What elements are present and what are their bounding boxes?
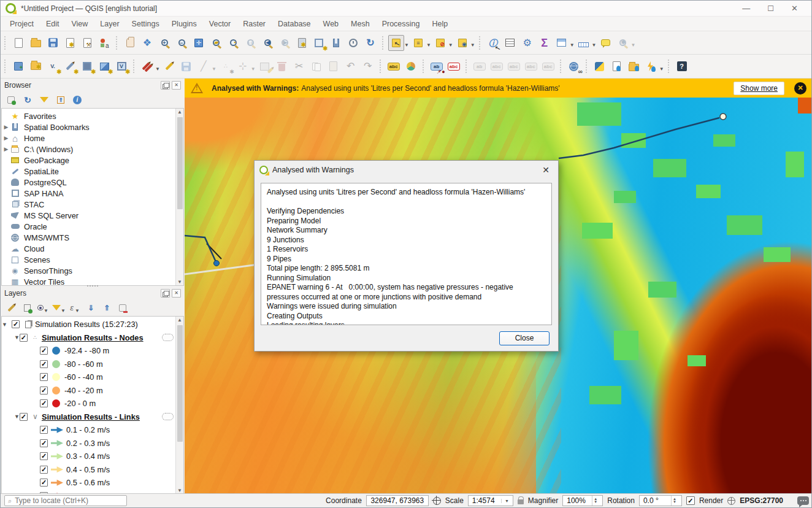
layout-manager-icon[interactable]: ⚒ (79, 35, 95, 51)
vertex-tool-dropdown-icon[interactable]: ▼ (251, 66, 256, 72)
minimize-button[interactable]: — (742, 4, 750, 13)
browser-item-wms[interactable]: WMS/WMTS (2, 232, 183, 243)
filter-expression-icon[interactable]: ε▼ (69, 302, 80, 314)
legend-checkbox[interactable]: ✓ (40, 426, 48, 434)
legend-item[interactable]: ✓0.3 - 0.4 m/s (2, 450, 183, 463)
locate-search[interactable]: ⌕ (4, 495, 127, 506)
expand-icon[interactable]: ▶ (2, 135, 10, 141)
style-manager-icon[interactable]: a (96, 35, 112, 51)
measure-dropdown-icon[interactable]: ▼ (592, 42, 597, 48)
new-3d-map-view-icon[interactable]: ✱ (311, 35, 327, 51)
dialog-close-icon[interactable]: ✕ (538, 165, 553, 175)
locate-input[interactable] (15, 496, 123, 505)
legend-item[interactable]: ✓0.5 - 0.6 m/s (2, 476, 183, 490)
browser-item-c-drive[interactable]: ▶C:\ (Windows) (2, 144, 183, 155)
layer-nodes-row[interactable]: ▼ ✓ ∴ Simulation Results - Nodes (2, 331, 183, 345)
statistical-summary-icon[interactable]: Σ (537, 35, 553, 51)
legend-checkbox[interactable]: ✓ (40, 479, 48, 487)
browser-item-spatialite[interactable]: SpatiaLite (2, 166, 183, 177)
rotation-spinbox[interactable]: 0.0 °▲▼ (639, 495, 682, 506)
legend-item[interactable]: ✓0.2 - 0.3 m/s (2, 437, 183, 450)
change-label-icon[interactable]: abc (540, 58, 556, 74)
legend-checkbox[interactable]: ✓ (40, 347, 48, 355)
collapse-icon[interactable]: ▼ (14, 334, 20, 341)
browser-float-icon[interactable] (161, 81, 170, 90)
show-hidden-labels-icon[interactable]: ab (472, 58, 488, 74)
show-spatial-bookmarks-icon[interactable] (328, 35, 344, 51)
open-attribute-table-icon[interactable] (554, 35, 570, 51)
digitize-dropdown-icon[interactable]: ▼ (212, 66, 216, 72)
pan-to-selection-icon[interactable]: ❖ (139, 35, 155, 51)
select-features-by-value-icon[interactable]: ≡ (410, 35, 426, 51)
new-print-layout-icon[interactable]: ✱ (62, 35, 78, 51)
new-spatialite-layer-icon[interactable]: ✱ (62, 58, 78, 74)
zoom-next-icon[interactable]: ▶ (277, 35, 293, 51)
delete-selected-icon[interactable] (274, 58, 290, 74)
digitize-with-segment-icon[interactable]: ╱ (196, 58, 212, 74)
legend-item[interactable]: ✓0.1 - 0.2 m/s (2, 423, 183, 437)
legend-checkbox[interactable]: ✓ (40, 399, 48, 407)
legend-checkbox[interactable]: ✓ (40, 360, 48, 368)
metasearch-icon[interactable]: ∞ (566, 58, 582, 74)
toolbar-grip[interactable] (559, 60, 563, 73)
select-by-location-dropdown-icon[interactable]: ▼ (470, 42, 475, 48)
zoom-out-icon[interactable]: − (174, 35, 190, 51)
new-mesh-layer-icon[interactable]: ✱ (28, 58, 44, 74)
save-layer-edits-icon[interactable] (178, 58, 194, 74)
add-group-icon[interactable] (21, 302, 33, 314)
menu-vector[interactable]: Vector (204, 18, 236, 30)
links-checkbox[interactable]: ✓ (20, 413, 28, 421)
legend-item[interactable]: ✓-20 - 0 m (2, 397, 183, 410)
extents-icon[interactable] (433, 497, 441, 505)
attribute-table-dropdown-icon[interactable]: ▼ (570, 42, 575, 48)
select-features-rectangle-icon[interactable]: ↖ (388, 35, 404, 51)
collapse-icon[interactable]: ▼ (2, 321, 12, 328)
vertex-tool-icon[interactable]: ⊹ (235, 58, 251, 74)
browser-close-icon[interactable]: ✕ (172, 81, 181, 90)
browser-item-postgresql[interactable]: PostgreSQL (2, 177, 183, 188)
magnifier-spinbox[interactable]: 100%▲▼ (562, 495, 603, 506)
filter-legend-icon[interactable]: ▼ (53, 302, 64, 314)
remove-layer-icon[interactable] (117, 302, 128, 314)
paste-features-icon[interactable] (326, 58, 342, 74)
redo-icon[interactable]: ↷ (360, 58, 376, 74)
collapse-all-layers-icon[interactable]: ⇑ (101, 302, 112, 314)
chevron-down-icon[interactable]: ▼ (501, 499, 509, 503)
measure-line-icon[interactable] (576, 35, 592, 51)
python-console-icon[interactable] (592, 58, 608, 74)
search-dropdown-icon[interactable]: ▼ (631, 42, 636, 48)
render-checkbox[interactable]: ✓ (686, 496, 695, 505)
menu-web[interactable]: Web (318, 18, 344, 30)
toolbar-grip[interactable] (4, 36, 7, 50)
dialog-close-button[interactable]: Close (499, 331, 550, 345)
scroll-up-icon[interactable]: ▲ (177, 317, 182, 323)
pin-labels-icon[interactable]: ab📌︎● (429, 58, 445, 74)
add-point-feature-icon[interactable]: ∴✱ (218, 58, 234, 74)
processing-toolbox-icon[interactable]: ⚙ (519, 35, 535, 51)
browser-item-scenes[interactable]: Scenes (2, 254, 183, 265)
current-edits-dropdown-icon[interactable]: ▼ (155, 66, 160, 72)
zoom-to-selection-icon[interactable]: ▪ (225, 35, 241, 51)
statistics-abacus-icon[interactable] (502, 35, 518, 51)
current-edits-icon[interactable] (139, 58, 155, 74)
browser-item-mssql[interactable]: MS SQL Server (2, 210, 183, 221)
legend-checkbox[interactable]: ✓ (40, 452, 48, 460)
new-shapefile-layer-icon[interactable]: V.✱ (45, 58, 61, 74)
toolbar-grip[interactable] (379, 60, 383, 73)
legend-item[interactable]: ✓-60 - -40 m (2, 371, 183, 384)
group-checkbox[interactable]: ✓ (12, 320, 20, 328)
copy-features-icon[interactable] (308, 58, 324, 74)
legend-checkbox[interactable]: ✓ (40, 466, 48, 474)
lock-scale-icon[interactable] (518, 499, 524, 504)
layers-close-icon[interactable]: ✕ (172, 289, 181, 298)
toolbar-grip[interactable] (465, 60, 469, 73)
close-button[interactable]: ✕ (791, 4, 798, 13)
menu-layer[interactable]: Layer (94, 18, 124, 30)
undo-icon[interactable]: ↶ (343, 58, 359, 74)
qwater-run-analysis-icon[interactable] (643, 58, 659, 74)
menu-processing[interactable]: Processing (377, 18, 426, 30)
identify-features-icon[interactable]: ⓘ↖ (485, 35, 501, 51)
legend-item[interactable]: ✓-80 - -60 m (2, 358, 183, 371)
menu-view[interactable]: View (66, 18, 93, 30)
spinner-icons[interactable]: ▲▼ (592, 496, 599, 506)
